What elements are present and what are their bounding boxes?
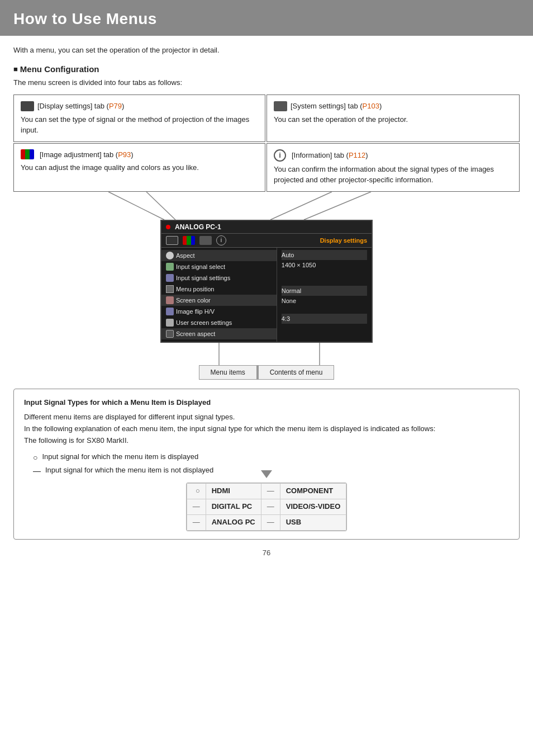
signal-sym-3: — — [187, 515, 206, 531]
bullet-circle-symbol: ○ — [33, 451, 37, 464]
signal-label-1: HDMI — [206, 484, 261, 499]
info-tab-link[interactable]: P112 — [349, 151, 365, 159]
signal-sym2-1: — — [261, 484, 280, 499]
signal-sym-2: — — [187, 499, 206, 515]
signal-row-3: — ANALOG PC — USB — [187, 515, 346, 531]
menu-tab-display-icon — [166, 236, 178, 245]
bullet-dash-symbol: — — [33, 465, 41, 477]
dot-red — [166, 225, 170, 229]
signal-table: ○ HDMI — COMPONENT — DIGITAL PC — VIDEO/… — [186, 483, 348, 531]
signal-label-2: DIGITAL PC — [206, 499, 261, 515]
menu-tabs-bar: i Display settings — [161, 234, 372, 248]
aspect-icon — [166, 252, 174, 259]
signal-row-1: ○ HDMI — COMPONENT — [187, 484, 346, 499]
menu-tab-system-icon — [199, 236, 212, 245]
image-flip-icon — [166, 308, 174, 315]
menu-value — [282, 306, 367, 314]
signal-table-area: ○ HDMI — COMPONENT — DIGITAL PC — VIDEO/… — [24, 483, 509, 531]
display-tab-link[interactable]: P79 — [109, 102, 122, 110]
intro-text: With a menu, you can set the operation o… — [13, 46, 520, 54]
svg-line-2 — [270, 192, 332, 220]
signal-sym2-2: — — [261, 499, 280, 515]
system-tab-icon — [274, 101, 287, 111]
info-tab-desc: You can confirm the information about th… — [274, 164, 512, 186]
signal-label-3: ANALOG PC — [206, 515, 261, 531]
tab-box-system: [System settings] tab (P103) You can set… — [266, 94, 520, 142]
connector-lines — [13, 192, 520, 220]
menu-item[interactable]: Screen aspect — [161, 328, 277, 339]
menu-item[interactable]: User screen settings — [161, 317, 277, 328]
user-screen-settings-icon — [166, 319, 174, 327]
info-box-line-3: The following is for SX80 MarkII. — [24, 435, 509, 447]
page-title: How to Use Menus — [13, 10, 520, 28]
screen-aspect-icon — [166, 330, 174, 338]
display-tab-desc: You can set the type of signal or the me… — [21, 114, 258, 136]
signal-sym-1: ○ — [187, 484, 206, 499]
signal-sym2-3: — — [261, 515, 280, 531]
system-tab-link[interactable]: P103 — [363, 102, 379, 110]
info-tab-icon: i — [274, 149, 286, 162]
contents-of-menu-label: Contents of menu — [258, 365, 335, 380]
info-bullet-circle: ○ Input signal for which the menu item i… — [33, 451, 509, 464]
menu-active-tab-label: Display settings — [320, 237, 367, 244]
menu-item[interactable]: Image flip H/V — [161, 306, 277, 317]
menu-screenshot: ANALOG PC-1 i Display settings — [160, 220, 373, 343]
menu-left-panel: Aspect Input signal select Input signal … — [161, 248, 277, 342]
menu-top-bar: ANALOG PC-1 — [161, 221, 372, 234]
menu-value: Normal — [282, 286, 367, 296]
menu-value: 1400 × 1050 — [282, 260, 367, 270]
input-signal-select-icon — [166, 263, 174, 271]
menu-value: None — [282, 296, 367, 306]
menu-item[interactable]: Input signal settings — [161, 272, 277, 284]
system-tab-desc: You can set the operation of the project… — [274, 114, 512, 125]
svg-line-3 — [304, 192, 371, 220]
menu-tab-info-icon: i — [216, 235, 226, 245]
svg-line-1 — [108, 192, 164, 220]
menu-position-icon — [166, 285, 174, 293]
signal-label2-1: COMPONENT — [280, 484, 346, 499]
menu-body: Aspect Input signal select Input signal … — [161, 248, 372, 342]
display-tab-icon — [21, 101, 34, 111]
menu-item[interactable]: Screen color — [161, 295, 277, 306]
image-tab-icon — [21, 149, 34, 159]
page-number: 76 — [13, 549, 520, 557]
menu-item[interactable]: Input signal select — [161, 261, 277, 272]
signal-pointer — [261, 470, 272, 478]
menu-value: 4:3 — [282, 314, 367, 324]
svg-line-0 — [146, 192, 175, 220]
menu-item[interactable]: Menu position — [161, 284, 277, 295]
bullet-dash-text: Input signal for which the menu item is … — [45, 465, 213, 476]
info-box-title: Input Signal Types for which a Menu Item… — [24, 397, 509, 409]
info-box-line-1: Different menu items are displayed for d… — [24, 412, 509, 423]
menu-label-connectors — [160, 343, 373, 365]
tab-box-image: [Image adjustment] tab (P93) You can adj… — [13, 143, 265, 192]
image-tab-link[interactable]: P93 — [118, 150, 131, 159]
tab-box-info: i [Information] tab (P112) You can confi… — [266, 143, 520, 192]
menu-value — [282, 278, 367, 286]
menu-source-label: ANALOG PC-1 — [175, 223, 221, 231]
page-header: How to Use Menus — [0, 0, 533, 36]
menu-items-label: Menu items — [199, 365, 257, 380]
signal-label2-3: USB — [280, 515, 346, 531]
signal-row-2: — DIGITAL PC — VIDEO/S-VIDEO — [187, 499, 346, 515]
menu-value — [282, 270, 367, 278]
screen-color-icon — [166, 296, 174, 304]
image-tab-desc: You can adjust the image quality and col… — [21, 162, 258, 173]
signal-label2-2: VIDEO/S-VIDEO — [280, 499, 346, 515]
menu-tab-image-icon — [183, 236, 195, 245]
section-heading: Menu Configuration — [13, 64, 520, 74]
menu-item[interactable]: Aspect — [161, 250, 277, 261]
tab-box-display: [Display settings] tab (P79) You can set… — [13, 94, 265, 142]
tabs-description: The menu screen is divided into four tab… — [13, 78, 520, 87]
menu-labels-row: Menu items Contents of menu — [160, 365, 373, 380]
menu-right-panel: Auto 1400 × 1050 Normal None 4:3 — [277, 248, 372, 342]
bullet-circle-text: Input signal for which the menu item is … — [42, 451, 198, 463]
menu-value: Auto — [282, 250, 367, 260]
info-box-line-2: In the following explanation of each men… — [24, 423, 509, 435]
info-box: Input Signal Types for which a Menu Item… — [13, 389, 520, 540]
input-signal-settings-icon — [166, 274, 174, 282]
